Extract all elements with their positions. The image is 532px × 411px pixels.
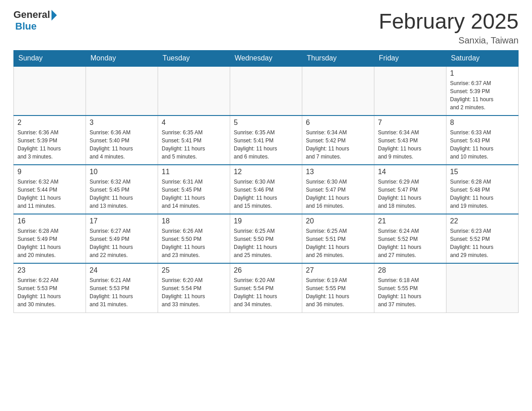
- day-info: Sunrise: 6:25 AM Sunset: 5:50 PM Dayligh…: [234, 227, 298, 259]
- day-info: Sunrise: 6:20 AM Sunset: 5:54 PM Dayligh…: [234, 276, 298, 308]
- week-row-3: 16Sunrise: 6:28 AM Sunset: 5:49 PM Dayli…: [14, 214, 519, 263]
- calendar-cell: 6Sunrise: 6:34 AM Sunset: 5:42 PM Daylig…: [302, 116, 374, 165]
- col-thursday: Thursday: [302, 51, 374, 67]
- calendar-cell: 1Sunrise: 6:37 AM Sunset: 5:39 PM Daylig…: [446, 66, 519, 116]
- calendar-cell: 19Sunrise: 6:25 AM Sunset: 5:50 PM Dayli…: [230, 214, 302, 263]
- title-area: February 2025 Sanxia, Taiwan: [379, 9, 519, 46]
- day-info: Sunrise: 6:27 AM Sunset: 5:49 PM Dayligh…: [90, 227, 154, 259]
- calendar-cell: [302, 66, 374, 116]
- calendar-cell: 7Sunrise: 6:34 AM Sunset: 5:43 PM Daylig…: [374, 116, 446, 165]
- day-number: 27: [306, 266, 370, 274]
- calendar-cell: 14Sunrise: 6:29 AM Sunset: 5:47 PM Dayli…: [374, 165, 446, 214]
- calendar-cell: 9Sunrise: 6:32 AM Sunset: 5:44 PM Daylig…: [14, 165, 86, 214]
- col-monday: Monday: [86, 51, 158, 67]
- day-number: 24: [90, 266, 154, 274]
- day-number: 12: [234, 168, 298, 176]
- calendar-cell: [14, 66, 86, 116]
- day-info: Sunrise: 6:26 AM Sunset: 5:50 PM Dayligh…: [162, 227, 226, 259]
- day-info: Sunrise: 6:33 AM Sunset: 5:43 PM Dayligh…: [450, 128, 515, 161]
- col-friday: Friday: [374, 51, 446, 67]
- calendar-cell: 16Sunrise: 6:28 AM Sunset: 5:49 PM Dayli…: [14, 214, 86, 263]
- calendar-cell: 25Sunrise: 6:20 AM Sunset: 5:54 PM Dayli…: [158, 263, 230, 313]
- page-header: General Blue February 2025 Sanxia, Taiwa…: [13, 9, 519, 46]
- day-info: Sunrise: 6:35 AM Sunset: 5:41 PM Dayligh…: [234, 128, 298, 161]
- calendar-cell: 5Sunrise: 6:35 AM Sunset: 5:41 PM Daylig…: [230, 116, 302, 165]
- day-info: Sunrise: 6:21 AM Sunset: 5:53 PM Dayligh…: [90, 276, 154, 308]
- day-info: Sunrise: 6:28 AM Sunset: 5:49 PM Dayligh…: [17, 227, 82, 259]
- day-number: 14: [378, 168, 442, 176]
- calendar-cell: 18Sunrise: 6:26 AM Sunset: 5:50 PM Dayli…: [158, 214, 230, 263]
- day-info: Sunrise: 6:34 AM Sunset: 5:43 PM Dayligh…: [378, 128, 442, 161]
- calendar-cell: 15Sunrise: 6:28 AM Sunset: 5:48 PM Dayli…: [446, 165, 519, 214]
- calendar-cell: [86, 66, 158, 116]
- col-tuesday: Tuesday: [158, 51, 230, 67]
- logo-blue-text: Blue: [15, 21, 37, 32]
- calendar-cell: 22Sunrise: 6:23 AM Sunset: 5:52 PM Dayli…: [446, 214, 519, 263]
- calendar-header-row: Sunday Monday Tuesday Wednesday Thursday…: [14, 51, 519, 67]
- col-sunday: Sunday: [14, 51, 86, 67]
- day-info: Sunrise: 6:19 AM Sunset: 5:55 PM Dayligh…: [306, 276, 370, 308]
- calendar-cell: 23Sunrise: 6:22 AM Sunset: 5:53 PM Dayli…: [14, 263, 86, 313]
- calendar-cell: 4Sunrise: 6:35 AM Sunset: 5:41 PM Daylig…: [158, 116, 230, 165]
- week-row-1: 2Sunrise: 6:36 AM Sunset: 5:39 PM Daylig…: [14, 116, 519, 165]
- calendar-cell: [230, 66, 302, 116]
- calendar-cell: 27Sunrise: 6:19 AM Sunset: 5:55 PM Dayli…: [302, 263, 374, 313]
- day-info: Sunrise: 6:23 AM Sunset: 5:52 PM Dayligh…: [450, 227, 515, 259]
- col-wednesday: Wednesday: [230, 51, 302, 67]
- day-number: 28: [378, 266, 442, 274]
- day-info: Sunrise: 6:18 AM Sunset: 5:55 PM Dayligh…: [378, 276, 442, 308]
- day-number: 3: [90, 119, 154, 127]
- calendar-cell: [158, 66, 230, 116]
- day-info: Sunrise: 6:32 AM Sunset: 5:44 PM Dayligh…: [17, 178, 82, 210]
- day-number: 8: [450, 119, 515, 127]
- calendar-cell: 10Sunrise: 6:32 AM Sunset: 5:45 PM Dayli…: [86, 165, 158, 214]
- day-number: 19: [234, 217, 298, 225]
- day-info: Sunrise: 6:35 AM Sunset: 5:41 PM Dayligh…: [162, 128, 226, 161]
- calendar-cell: 11Sunrise: 6:31 AM Sunset: 5:45 PM Dayli…: [158, 165, 230, 214]
- day-info: Sunrise: 6:36 AM Sunset: 5:40 PM Dayligh…: [90, 128, 154, 161]
- day-number: 9: [17, 168, 82, 176]
- day-info: Sunrise: 6:22 AM Sunset: 5:53 PM Dayligh…: [17, 276, 82, 308]
- day-info: Sunrise: 6:36 AM Sunset: 5:39 PM Dayligh…: [17, 128, 82, 161]
- week-row-4: 23Sunrise: 6:22 AM Sunset: 5:53 PM Dayli…: [14, 263, 519, 313]
- day-info: Sunrise: 6:30 AM Sunset: 5:47 PM Dayligh…: [306, 178, 370, 210]
- calendar-cell: 20Sunrise: 6:25 AM Sunset: 5:51 PM Dayli…: [302, 214, 374, 263]
- day-info: Sunrise: 6:34 AM Sunset: 5:42 PM Dayligh…: [306, 128, 370, 161]
- calendar-cell: [446, 263, 519, 313]
- day-number: 23: [17, 266, 82, 274]
- day-number: 18: [162, 217, 226, 225]
- day-info: Sunrise: 6:25 AM Sunset: 5:51 PM Dayligh…: [306, 227, 370, 259]
- logo-general-text: General: [13, 9, 50, 21]
- day-number: 7: [378, 119, 442, 127]
- calendar-cell: 24Sunrise: 6:21 AM Sunset: 5:53 PM Dayli…: [86, 263, 158, 313]
- day-number: 17: [90, 217, 154, 225]
- logo: General Blue: [13, 9, 57, 32]
- logo-arrow-icon: [51, 10, 57, 21]
- calendar-cell: 12Sunrise: 6:30 AM Sunset: 5:46 PM Dayli…: [230, 165, 302, 214]
- month-title: February 2025: [379, 9, 519, 34]
- calendar-table: Sunday Monday Tuesday Wednesday Thursday…: [13, 50, 519, 313]
- day-info: Sunrise: 6:31 AM Sunset: 5:45 PM Dayligh…: [162, 178, 226, 210]
- day-number: 10: [90, 168, 154, 176]
- day-number: 21: [378, 217, 442, 225]
- day-number: 22: [450, 217, 515, 225]
- day-number: 20: [306, 217, 370, 225]
- calendar-cell: 17Sunrise: 6:27 AM Sunset: 5:49 PM Dayli…: [86, 214, 158, 263]
- day-number: 2: [17, 119, 82, 127]
- day-info: Sunrise: 6:28 AM Sunset: 5:48 PM Dayligh…: [450, 178, 515, 210]
- calendar-cell: 21Sunrise: 6:24 AM Sunset: 5:52 PM Dayli…: [374, 214, 446, 263]
- day-number: 6: [306, 119, 370, 127]
- day-number: 5: [234, 119, 298, 127]
- day-number: 1: [450, 69, 515, 77]
- calendar-cell: 8Sunrise: 6:33 AM Sunset: 5:43 PM Daylig…: [446, 116, 519, 165]
- calendar-cell: [374, 66, 446, 116]
- week-row-0: 1Sunrise: 6:37 AM Sunset: 5:39 PM Daylig…: [14, 66, 519, 116]
- day-info: Sunrise: 6:37 AM Sunset: 5:39 PM Dayligh…: [450, 79, 515, 111]
- day-number: 15: [450, 168, 515, 176]
- day-number: 26: [234, 266, 298, 274]
- calendar-cell: 26Sunrise: 6:20 AM Sunset: 5:54 PM Dayli…: [230, 263, 302, 313]
- day-info: Sunrise: 6:30 AM Sunset: 5:46 PM Dayligh…: [234, 178, 298, 210]
- calendar-cell: 2Sunrise: 6:36 AM Sunset: 5:39 PM Daylig…: [14, 116, 86, 165]
- day-number: 4: [162, 119, 226, 127]
- day-number: 13: [306, 168, 370, 176]
